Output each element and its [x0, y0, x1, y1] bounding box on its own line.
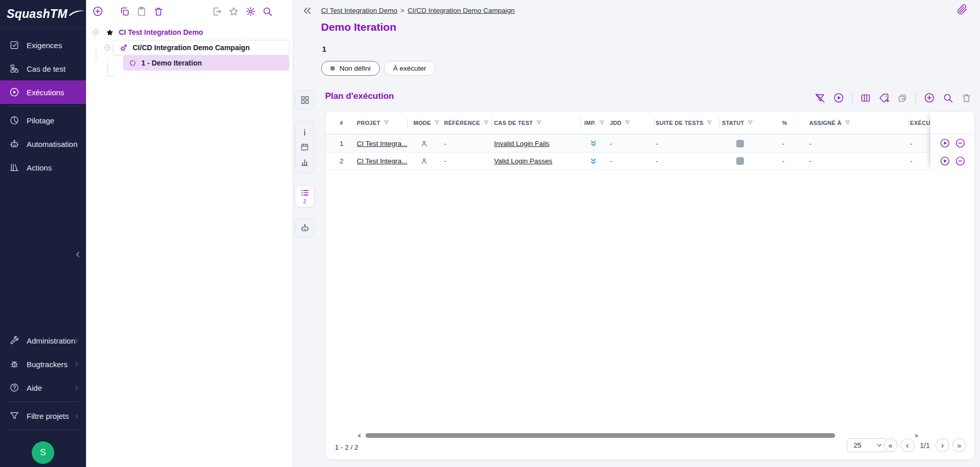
chevron-right-icon [73, 337, 80, 344]
filter-funnel-icon[interactable] [748, 120, 753, 125]
filter-funnel-icon[interactable] [625, 120, 630, 125]
collapse-panel-icon[interactable] [302, 5, 313, 16]
tree-node-project[interactable]: CI Test Integration Demo [86, 25, 293, 40]
delete-button[interactable] [152, 5, 165, 18]
tree-node-campaign[interactable]: CI/CD Integration Demo Campaign [86, 40, 293, 55]
breadcrumb-link-campaign[interactable]: CI/CD Integration Demo Campaign [408, 7, 515, 14]
toolbar-divider [915, 93, 916, 103]
project-link[interactable]: CI Test Integra... [357, 140, 408, 147]
column-header-statut[interactable]: STATUT [719, 112, 777, 134]
reference-cell: - [440, 135, 492, 152]
search-button[interactable] [261, 5, 274, 18]
clipboard-icon [136, 6, 147, 17]
export-button[interactable] [210, 5, 223, 18]
page-size-select[interactable]: 25 [847, 438, 888, 452]
remove-row-button[interactable] [955, 156, 966, 166]
requirements-icon [9, 40, 19, 50]
sidebar-item-filtre-projets[interactable]: Filtre projets [0, 404, 86, 428]
dataset-cell: - [606, 153, 654, 169]
paste-button[interactable] [135, 5, 148, 18]
app-logo[interactable]: SquashTM [0, 0, 86, 28]
chevron-right-icon [73, 141, 80, 147]
funnel-icon [9, 411, 19, 421]
run-row-button[interactable] [940, 156, 950, 166]
sidebar-item-executions[interactable]: Exécutions [0, 80, 86, 104]
filter-funnel-icon[interactable] [845, 120, 850, 125]
rail-tab-dashboard[interactable] [295, 90, 314, 110]
column-header-jdd[interactable]: JDD [606, 112, 654, 134]
rail-tab-execution-plan[interactable]: 2 [295, 185, 314, 207]
column-header-mode[interactable]: MODE [407, 112, 440, 134]
test-case-link[interactable]: Valid Login Passes [494, 157, 552, 165]
export-icon [211, 6, 222, 17]
campaign-node[interactable]: CI/CD Integration Demo Campaign [113, 40, 289, 55]
column-header-pct[interactable]: % [777, 112, 805, 134]
run-button[interactable] [833, 92, 844, 103]
run-row-button[interactable] [940, 138, 950, 148]
favorites-button[interactable] [227, 5, 240, 18]
previous-page-button[interactable] [901, 438, 914, 452]
play-circle-icon [833, 92, 844, 103]
filter-funnel-icon[interactable] [536, 120, 542, 125]
add-test-button[interactable] [924, 92, 935, 103]
table-row[interactable]: 1 CI Test Integra... - Invalid Login Fai… [326, 134, 974, 152]
column-header-assigne[interactable]: ASSIGNÉ À [805, 112, 908, 134]
horizontal-scrollbar-thumb[interactable] [366, 433, 835, 438]
sticky-actions-column [930, 112, 974, 170]
iteration-node[interactable]: 1 - Demo Iteration [123, 55, 289, 71]
delete-button[interactable] [961, 93, 972, 103]
test-case-cell: Valid Login Passes [492, 153, 581, 169]
filter-funnel-icon[interactable] [434, 120, 440, 125]
project-link[interactable]: CI Test Integra... [357, 157, 408, 165]
column-header-num[interactable]: # [332, 112, 351, 134]
column-header-suite[interactable]: SUITE DE TESTS [654, 112, 719, 134]
robot-icon [300, 223, 310, 233]
paperclip-icon[interactable] [957, 4, 968, 15]
remove-row-button[interactable] [955, 138, 966, 148]
next-page-button[interactable] [935, 438, 949, 452]
filter-funnel-icon[interactable] [707, 120, 712, 125]
filter-funnel-icon[interactable] [483, 120, 489, 125]
add-button[interactable] [91, 5, 104, 18]
filter-funnel-icon[interactable] [384, 120, 389, 125]
scroll-left-arrow[interactable] [357, 434, 360, 438]
columns-button[interactable] [860, 93, 871, 103]
copy-button[interactable] [118, 5, 131, 18]
sidebar-item-label: Exécutions [27, 88, 64, 97]
sidebar-item-actions[interactable]: Actions [0, 156, 86, 179]
logo-swoosh-icon [68, 8, 86, 18]
status-chip-non-defini: Non défini [321, 61, 380, 76]
sidebar-item-pilotage[interactable]: Pilotage [0, 109, 86, 132]
sidebar-item-bugtrackers[interactable]: Bugtrackers [0, 352, 86, 376]
search-button[interactable] [943, 93, 953, 103]
sidebar-item-aide[interactable]: Aide [0, 376, 86, 399]
settings-button[interactable] [244, 5, 257, 18]
tag-add-button[interactable] [879, 93, 889, 103]
sidebar-collapse-icon[interactable] [74, 250, 82, 259]
multi-select-button[interactable] [897, 93, 908, 103]
column-header-reference[interactable]: RÉFÉRENCE [440, 112, 492, 134]
test-case-link[interactable]: Invalid Login Fails [494, 140, 549, 147]
filter-off-button[interactable] [815, 93, 825, 103]
last-page-button[interactable] [952, 438, 966, 452]
sidebar-item-exigences[interactable]: Exigences [0, 33, 86, 57]
progress-cell: - [777, 153, 805, 169]
avatar[interactable]: S [32, 441, 54, 464]
column-header-cas-de-test[interactable]: CAS DE TEST [492, 112, 581, 134]
rail-tab-group[interactable] [295, 121, 314, 173]
collapse-node-icon[interactable] [104, 44, 111, 51]
scroll-right-arrow[interactable] [915, 434, 919, 438]
column-header-projet[interactable]: PROJET [351, 112, 408, 134]
trash-icon [961, 93, 972, 103]
column-header-importance[interactable]: IMP. [581, 112, 606, 134]
sidebar-item-cas-de-test[interactable]: Cas de test [0, 57, 86, 80]
sidebar-item-administration[interactable]: Administration [0, 329, 86, 352]
rail-tab-automation[interactable] [295, 218, 314, 238]
collapse-node-icon[interactable] [92, 29, 99, 36]
sidebar-item-automatisation[interactable]: Automatisation [0, 132, 86, 156]
first-page-button[interactable] [884, 438, 898, 452]
tree-node-iteration[interactable]: 1 - Demo Iteration [86, 55, 293, 71]
breadcrumb-link-project[interactable]: CI Test Integration Demo [321, 7, 397, 14]
filter-funnel-icon[interactable] [599, 120, 605, 125]
table-row[interactable]: 2 CI Test Integra... - Valid Login Passe… [326, 152, 974, 170]
